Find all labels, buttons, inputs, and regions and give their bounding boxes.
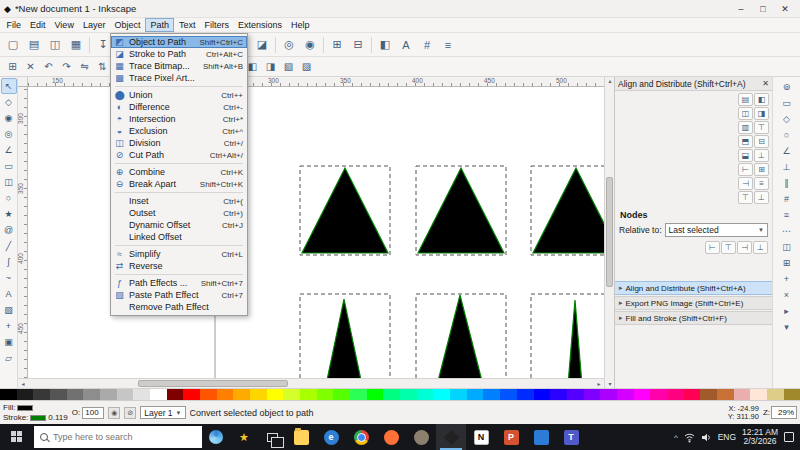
snap-enable-button[interactable]: ⊚ [779, 79, 795, 94]
distribute-top-button[interactable]: ⊤ [738, 191, 753, 204]
menu-item-remove-path-effect[interactable]: Remove Path Effect [111, 301, 247, 313]
menu-path[interactable]: Path [145, 18, 175, 32]
palette-color-12[interactable] [200, 389, 217, 400]
menu-item-combine[interactable]: ⊕CombineCtrl+K [111, 166, 247, 178]
distribute-gaps-h-button[interactable]: ≡ [754, 177, 769, 190]
palette-color-30[interactable] [500, 389, 517, 400]
triangle-shape[interactable] [533, 168, 604, 253]
volume-icon[interactable] [701, 432, 712, 443]
palette-color-41[interactable] [684, 389, 701, 400]
menu-item-difference[interactable]: ◐DifferenceCtrl+- [111, 101, 247, 113]
fill-swatch[interactable] [17, 405, 33, 411]
xml-editor-button[interactable]: # [417, 35, 437, 55]
zoom-tool[interactable]: ◎ [1, 126, 17, 142]
palette-color-0[interactable] [0, 389, 17, 400]
relative-to-dropdown[interactable]: Last selected ▼ [665, 223, 768, 237]
bezier-tool[interactable]: ʃ [1, 254, 17, 270]
triangle-shape[interactable] [326, 299, 362, 378]
align-left-anchor-button[interactable]: ▤ [738, 93, 753, 106]
palette-color-10[interactable] [167, 389, 184, 400]
palette-color-3[interactable] [50, 389, 67, 400]
hidden-icons-chevron-icon[interactable]: ^ [674, 433, 678, 442]
palette-color-8[interactable] [133, 389, 150, 400]
palette-color-27[interactable] [450, 389, 467, 400]
palette-color-35[interactable] [584, 389, 601, 400]
palette-color-42[interactable] [700, 389, 717, 400]
print-button[interactable]: ▦ [66, 35, 86, 55]
palette-color-4[interactable] [67, 389, 84, 400]
snap-bbox-edges-button[interactable]: ◇ [779, 111, 795, 126]
minimize-button[interactable]: – [730, 4, 752, 14]
snap-bbox-button[interactable]: ▭ [779, 95, 795, 110]
align-bottom-button[interactable]: ⬓ [738, 149, 753, 162]
palette-color-15[interactable] [250, 389, 267, 400]
taskbar-app-powerpoint[interactable]: P [496, 424, 526, 450]
taskbar-app-file-explorer[interactable] [286, 424, 316, 450]
menu-item-trace-bitmap[interactable]: ▦Trace Bitmap...Shift+Alt+B [111, 60, 247, 72]
menu-edit[interactable]: Edit [26, 18, 51, 32]
menu-item-outset[interactable]: OutsetCtrl+) [111, 207, 247, 219]
taskbar-app-edge[interactable]: e [316, 424, 346, 450]
ungroup-button[interactable]: ⊟ [348, 35, 368, 55]
maximize-button[interactable]: □ [752, 4, 774, 14]
language-indicator[interactable]: ENG [718, 432, 736, 442]
distribute-right-button[interactable]: ⊣ [738, 177, 753, 190]
node-distribute-v-button[interactable]: ⊥ [753, 241, 768, 254]
taskbar-app-teams[interactable]: T [556, 424, 586, 450]
task-view-button[interactable] [258, 424, 286, 450]
dropper-tool[interactable]: + [1, 318, 17, 334]
palette-color-21[interactable] [350, 389, 367, 400]
menu-help[interactable]: Help [286, 18, 314, 32]
horizontal-scroll-thumb[interactable] [138, 380, 288, 387]
align-top-anchor-button[interactable]: ⊤ [754, 121, 769, 134]
node-align-v-button[interactable]: ⊤ [721, 241, 736, 254]
menu-item-division[interactable]: ◫DivisionCtrl+/ [111, 137, 247, 149]
save-document-button[interactable]: ◫ [45, 35, 65, 55]
taskbar-app-gimp[interactable] [406, 424, 436, 450]
menu-item-break-apart[interactable]: ⊖Break ApartShift+Ctrl+K [111, 178, 247, 190]
calligraphy-tool[interactable]: ~ [1, 270, 17, 286]
scroll-down-icon[interactable]: ▾ [605, 380, 615, 388]
palette-color-40[interactable] [667, 389, 684, 400]
palette-color-33[interactable] [550, 389, 567, 400]
menu-item-reverse[interactable]: ⇄Reverse [111, 260, 247, 272]
taskbar-app-chrome[interactable] [346, 424, 376, 450]
flip-horizontal-button[interactable]: ⇋ [76, 59, 93, 75]
scroll-up-icon[interactable]: ▴ [605, 77, 615, 85]
palette-color-11[interactable] [183, 389, 200, 400]
snap-nodes-button[interactable]: ∠ [779, 143, 795, 158]
palette-color-1[interactable] [17, 389, 34, 400]
palette-color-20[interactable] [333, 389, 350, 400]
menu-item-path-effects[interactable]: ƒPath Effects ...Shift+Ctrl+7 [111, 277, 247, 289]
palette-color-23[interactable] [383, 389, 400, 400]
zoom-control[interactable]: Z: 29% [763, 406, 797, 419]
palette-color-47[interactable] [784, 389, 800, 400]
triangle-shape[interactable] [418, 168, 504, 253]
dock-panel-header[interactable]: Align and Distribute (Shift+Ctrl+A) ✕ [615, 77, 772, 91]
transform-corners-toggle-button[interactable]: ◨ [262, 59, 279, 75]
snap-guides-button[interactable]: ▾ [779, 319, 795, 334]
3d-box-tool[interactable]: ◫ [1, 174, 17, 190]
palette-color-29[interactable] [483, 389, 500, 400]
palette-color-5[interactable] [83, 389, 100, 400]
palette-color-39[interactable] [650, 389, 667, 400]
snap-bbox-corners-button[interactable]: ○ [779, 127, 795, 142]
scroll-left-icon[interactable]: ◂ [18, 380, 28, 388]
taskbar-app-vscode[interactable] [526, 424, 556, 450]
palette-color-13[interactable] [217, 389, 234, 400]
snap-smooth-nodes-button[interactable]: ≡ [779, 207, 795, 222]
snap-grid-button[interactable]: ▸ [779, 303, 795, 318]
menu-item-paste-path-effect[interactable]: ▨Paste Path EffectCtrl+7 [111, 289, 247, 301]
menu-file[interactable]: File [2, 18, 26, 32]
menu-item-union[interactable]: ⬤UnionCtrl++ [111, 89, 247, 101]
fill-stroke-indicator[interactable]: Fill: Stroke: 0.119 [3, 403, 68, 422]
palette-color-25[interactable] [417, 389, 434, 400]
palette-color-24[interactable] [400, 389, 417, 400]
dock-close-icon[interactable]: ✕ [759, 79, 769, 88]
layer-visibility-icon[interactable]: ◉ [108, 407, 120, 419]
node-tool[interactable]: ◇ [1, 94, 17, 110]
close-button[interactable]: ✕ [774, 4, 796, 14]
star-tool[interactable]: ★ [1, 206, 17, 222]
palette-color-46[interactable] [767, 389, 784, 400]
text-dialog-button[interactable]: A [396, 35, 416, 55]
